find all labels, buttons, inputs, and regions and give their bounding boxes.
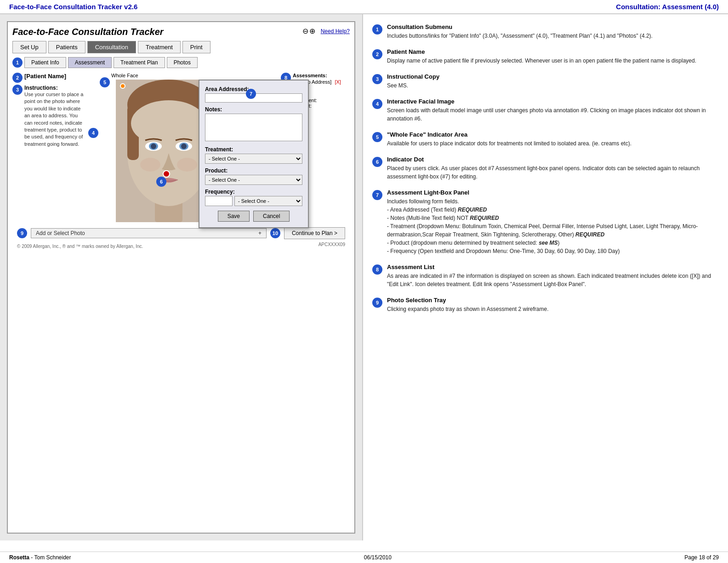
annotation-title-3: Instructional Copy (387, 73, 719, 80)
frequency-text-input[interactable] (205, 196, 233, 206)
whole-face-label: Whole Face (111, 73, 138, 78)
assessments-title: Assessments: (293, 73, 350, 78)
instructions-title: Instructions: (24, 85, 84, 91)
annotation-text-9: Clicking expands photo tray as shown in … (387, 305, 719, 313)
annotation-number-2: 2 (372, 49, 382, 59)
subnav-treatmentplan-button[interactable]: Treatment Plan (114, 57, 165, 68)
treatment-label: Treatment: (205, 146, 302, 153)
svg-point-14 (177, 158, 197, 172)
face-area-container: 4 5 Whole Face (88, 73, 276, 224)
copyright-bar: © 2009 Allergan, Inc., ® and ™ marks own… (12, 242, 350, 249)
copyright-text: © 2009 Allergan, Inc., ® and ™ marks own… (17, 244, 143, 249)
annotation-text-7: Includes following form fields.- Area Ad… (387, 197, 719, 255)
annotation-text-5: Available for users to place indicator d… (387, 139, 719, 148)
annotation-1: 1 (12, 57, 23, 68)
nav-print-button[interactable]: Print (182, 41, 210, 53)
main-layout: Face-to-Face Consultation Tracker ⊖ ⊕ Ne… (0, 14, 728, 540)
svg-point-6 (131, 100, 206, 146)
annotation-text-4: Screen loads with default model image un… (387, 106, 719, 123)
content-area: 2 [Patient Name] 3 Instructions: Use you… (12, 73, 350, 224)
annotation-number-3: 3 (372, 74, 382, 84)
frequency-row: - Select One - One-Time 30 Day 60 Day 90… (205, 196, 302, 206)
product-label: Product: (205, 167, 302, 174)
nav-patients-button[interactable]: Patients (48, 41, 85, 53)
annotation-title-9: Photo Selection Tray (387, 297, 719, 304)
annotation-text-3: See MS. (387, 81, 719, 90)
annotation-7: 7 (246, 89, 256, 99)
add-photo-label: Add or Select Photo (36, 230, 85, 236)
header-left-title: Face-to-Face Consultation Tracker v2.6 (9, 3, 137, 11)
annotation-title-6: Indicator Dot (387, 156, 719, 163)
annotation-title-2: Patient Name (387, 48, 719, 55)
svg-point-13 (140, 158, 160, 172)
notes-textarea[interactable] (205, 114, 302, 141)
nav-setup-button[interactable]: Set Up (12, 41, 46, 53)
need-help-link[interactable]: Need Help? (321, 28, 350, 34)
nav-bar: Set Up Patients Consultation Treatment P… (12, 41, 350, 53)
product-select[interactable]: - Select One - (205, 175, 302, 185)
nav-treatment-button[interactable]: Treatment (138, 41, 181, 53)
whole-face-area: 5 Whole Face (102, 73, 138, 93)
product-field: Product: - Select One - (205, 167, 302, 185)
subnav-assessment-button[interactable]: Assessment (68, 57, 112, 68)
annotation-3: 3 (12, 85, 23, 95)
footer-left: Rosetta - Tom Schneider (9, 554, 71, 561)
svg-point-9 (151, 144, 156, 149)
add-photo-icon: + (258, 230, 262, 236)
annotation-item-7: 7Assessment Light-Box PanelIncludes foll… (372, 189, 719, 255)
annotation-title-7: Assessment Light-Box Panel (387, 189, 719, 196)
notes-field: Notes: (205, 106, 302, 143)
minimize-icon[interactable]: ⊖ (302, 27, 308, 35)
annotations-list: 1Consultation SubmenuIncludes buttons/li… (372, 23, 719, 313)
annotation-5: 5 (100, 77, 110, 87)
annotation-10: 10 (270, 228, 280, 238)
save-button[interactable]: Save (218, 211, 250, 222)
delete-icon[interactable]: [X] (335, 79, 341, 85)
annotation-item-9: 9Photo Selection TrayClicking expands ph… (372, 297, 719, 313)
app-panel: Face-to-Face Consultation Tracker ⊖ ⊕ Ne… (0, 14, 363, 540)
whole-face-dot[interactable] (120, 83, 125, 89)
header-right-title: Consultation: Assessment (4.0) (616, 3, 719, 11)
face-portrait-area[interactable]: 6 7 Area Addressed: Not (116, 80, 222, 224)
cancel-button[interactable]: Cancel (253, 211, 290, 222)
subnav-photos-button[interactable]: Photos (167, 57, 198, 68)
patient-name: [Patient Name] (24, 73, 66, 80)
frequency-select[interactable]: - Select One - One-Time 30 Day 60 Day 90… (234, 196, 302, 206)
annotation-6: 6 (156, 177, 166, 187)
instructions-text: Use your curser to place a point on the … (24, 91, 84, 148)
notes-wrapper (205, 114, 302, 143)
annotation-title-4: Interactive Facial Image (387, 98, 719, 105)
subnav-patientinfo-button[interactable]: Patient Info (24, 57, 66, 68)
assessment-lightbox: Area Addressed: Notes: (199, 80, 309, 228)
annotation-item-8: 8Assessment ListAs areas are indicated i… (372, 264, 719, 288)
annotation-item-6: 6Indicator DotPlaced by users click. As … (372, 156, 719, 181)
bottom-bar: 9 Add or Select Photo + 10 Continue to P… (12, 227, 350, 239)
annotation-item-3: 3Instructional CopySee MS. (372, 73, 719, 90)
annotation-4: 4 (88, 128, 98, 138)
annotation-text-2: Display name of active patient file if p… (387, 57, 719, 65)
footer-author: - Tom Schneider (31, 554, 71, 561)
apc-code: APCXXXX09 (318, 242, 345, 249)
annotation-panel: 1Consultation SubmenuIncludes buttons/li… (363, 14, 728, 540)
svg-point-15 (163, 171, 170, 177)
annotation-number-7: 7 (372, 190, 382, 200)
sub-nav: 1 Patient Info Assessment Treatment Plan… (12, 57, 350, 68)
app-title: Face-to-Face Consultation Tracker (12, 27, 164, 37)
frequency-field: Frequency: - Select One - One-Time 30 Da… (205, 189, 302, 206)
continue-button[interactable]: Continue to Plan > (284, 227, 345, 239)
add-photo-button[interactable]: Add or Select Photo + (31, 228, 267, 238)
annotation-text-6: Placed by users click. As user places do… (387, 164, 719, 181)
annotation-text-8: As areas are indicated in #7 the informa… (387, 272, 719, 288)
annotation-item-2: 2Patient NameDisplay name of active pati… (372, 48, 719, 65)
treatment-field: Treatment: - Select One - Botulinum Toxi… (205, 146, 302, 164)
maximize-icon[interactable]: ⊕ (309, 27, 315, 35)
annotation-number-4: 4 (372, 99, 382, 109)
annotation-title-5: "Whole Face" Indicator Area (387, 131, 719, 138)
page-footer: Rosetta - Tom Schneider 06/15/2010 Page … (0, 552, 728, 563)
annotation-number-8: 8 (372, 264, 382, 275)
treatment-select[interactable]: - Select One - Botulinum Toxin Chemical … (205, 154, 302, 164)
app-inner: Face-to-Face Consultation Tracker ⊖ ⊕ Ne… (7, 21, 355, 534)
nav-consultation-button[interactable]: Consultation (87, 41, 136, 53)
page-header: Face-to-Face Consultation Tracker v2.6 C… (0, 0, 728, 14)
annotation-title-8: Assessment List (387, 264, 719, 270)
